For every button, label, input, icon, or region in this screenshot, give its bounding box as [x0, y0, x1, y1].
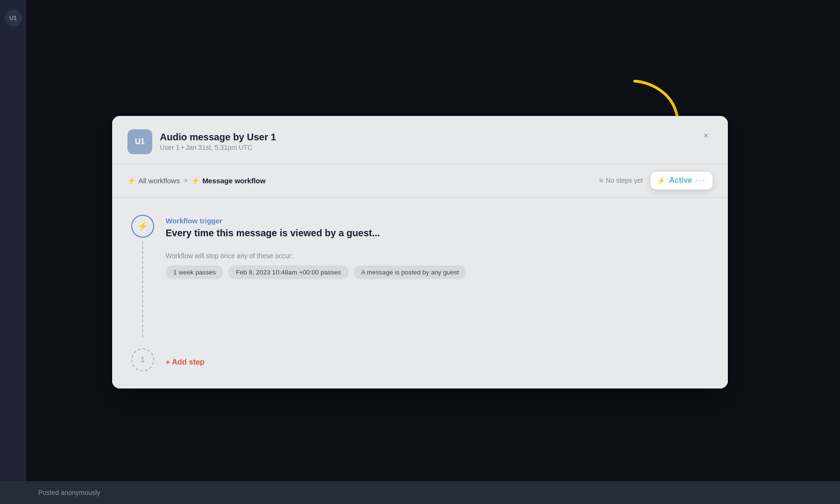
active-badge-button[interactable]: ⚡ Active ··· [651, 172, 713, 189]
sidebar: U1 [0, 0, 26, 504]
trigger-section: ⚡ Workflow trigger Every time this messa… [131, 215, 709, 337]
lightning-icon-current: ⚡ [191, 177, 200, 184]
active-label: Active [669, 176, 692, 185]
pill-guest-message: A message is posted by any guest [354, 265, 467, 279]
trigger-lightning-icon: ⚡ [137, 221, 148, 231]
breadcrumb-all-workflows[interactable]: ⚡ All workflows [127, 177, 180, 185]
add-step-section: 1 + Add step [131, 348, 709, 371]
stop-conditions-pills: 1 week passes Feb 8, 2023 10:48am +00:00… [166, 265, 709, 279]
close-button[interactable]: × [699, 129, 713, 143]
bottom-bar-text: Posted anonymously [38, 489, 100, 496]
breadcrumb-right: ≡ No steps yet ⚡ Active ··· [599, 172, 713, 189]
breadcrumb-separator: > [184, 177, 188, 184]
message-subtitle: User 1 • Jan 31st, 5:31pm UTC [160, 144, 276, 151]
active-badge-wrapper: ⚡ Active ··· [651, 172, 713, 189]
header-left: U1 Audio message by User 1 User 1 • Jan … [127, 129, 276, 154]
bottom-bar: Posted anonymously [0, 481, 840, 504]
add-step-button[interactable]: + Add step [166, 348, 205, 371]
breadcrumb-bar: ⚡ All workflows > ⚡ Message workflow ≡ N… [112, 164, 728, 198]
sidebar-avatar: U1 [5, 10, 22, 27]
lightning-icon-breadcrumb: ⚡ [127, 177, 136, 184]
trigger-icon: ⚡ [131, 215, 154, 238]
breadcrumb-current: ⚡ Message workflow [191, 177, 266, 185]
trigger-main-text: Every time this message is viewed by a g… [166, 228, 709, 239]
pill-week: 1 week passes [166, 265, 223, 279]
trigger-content: Workflow trigger Every time this message… [166, 215, 709, 337]
message-title: Audio message by User 1 [160, 132, 276, 143]
connector-line [142, 242, 143, 337]
trigger-label: Workflow trigger [166, 217, 709, 225]
stop-conditions-label: Workflow will stop once any of these occ… [166, 252, 709, 260]
step-number-circle: 1 [131, 348, 154, 371]
modal: U1 Audio message by User 1 User 1 • Jan … [112, 116, 728, 388]
more-options-button[interactable]: ··· [696, 176, 706, 186]
trigger-left-column: ⚡ [131, 215, 154, 337]
modal-body: ⚡ Workflow trigger Every time this messa… [112, 198, 728, 388]
pill-date: Feb 8, 2023 10:48am +00:00 passes [228, 265, 348, 279]
active-lightning-icon: ⚡ [657, 177, 665, 184]
avatar: U1 [127, 129, 152, 154]
modal-header: U1 Audio message by User 1 User 1 • Jan … [112, 116, 728, 164]
header-info: Audio message by User 1 User 1 • Jan 31s… [160, 132, 276, 151]
no-steps-indicator: ≡ No steps yet [599, 177, 643, 184]
breadcrumb: ⚡ All workflows > ⚡ Message workflow [127, 177, 265, 185]
bars-icon: ≡ [599, 177, 603, 184]
